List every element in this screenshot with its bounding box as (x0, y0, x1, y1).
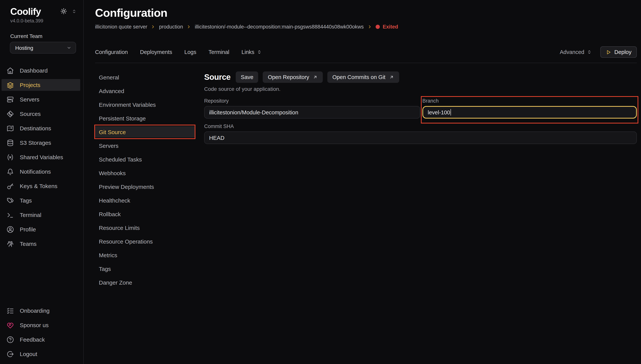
subnav-item-persistent-storage[interactable]: Persistent Storage (95, 112, 195, 124)
page-title: Configuration (95, 6, 637, 20)
subnav-item-webhooks[interactable]: Webhooks (95, 167, 195, 178)
chevron-down-icon (66, 45, 72, 50)
subnav-item-servers[interactable]: Servers (95, 140, 195, 151)
source-panel: Source Save Open Repository Open Commits… (204, 72, 637, 144)
subnav-item-metrics[interactable]: Metrics (95, 249, 195, 261)
subnav-item-resource-operations[interactable]: Resource Operations (95, 236, 195, 247)
sidebar: Coolify v4.0.0-beta.399 Current Team Hos… (0, 0, 84, 364)
server-icon (7, 96, 14, 103)
chevrons-up-down-icon (257, 50, 262, 55)
git-source-icon (7, 110, 14, 118)
commit-sha-field-group: Commit SHA (204, 124, 637, 144)
open-repository-button[interactable]: Open Repository (263, 72, 323, 83)
coolify-app: Coolify v4.0.0-beta.399 Current Team Hos… (0, 0, 641, 364)
chevron-right-icon (187, 24, 191, 29)
source-description: Code source of your application. (204, 86, 637, 92)
chevrons-up-down-icon (587, 50, 592, 55)
settings-subnav: General Advanced Environment Variables P… (95, 72, 195, 290)
breadcrumb-application[interactable]: illicitestonion/-module--decomposition:m… (195, 24, 364, 30)
layers-icon (7, 81, 14, 89)
subnav-item-advanced[interactable]: Advanced (95, 85, 195, 96)
sidebar-bottom-nav: Onboarding Sponsor us Feedback Logout (0, 305, 83, 360)
sidebar-item-dashboard[interactable]: Dashboard (2, 64, 80, 76)
breadcrumb-environment[interactable]: production (159, 24, 183, 30)
breadcrumb-project[interactable]: illicitonion quote server (95, 24, 147, 30)
sidebar-item-projects[interactable]: Projects (2, 79, 80, 91)
sidebar-item-profile[interactable]: Profile (2, 224, 80, 235)
subnav-item-environment-variables[interactable]: Environment Variables (95, 99, 195, 110)
status-dot-icon (375, 24, 380, 29)
sidebar-item-logout[interactable]: Logout (2, 348, 80, 360)
sidebar-item-teams[interactable]: Teams (2, 238, 80, 250)
user-circle-icon (7, 226, 14, 233)
branch-field-group: Branch level-100 (422, 98, 637, 118)
deploy-button[interactable]: Deploy (600, 46, 637, 58)
save-button[interactable]: Save (236, 72, 258, 83)
subnav-item-tags[interactable]: Tags (95, 263, 195, 274)
subnav-item-resource-limits[interactable]: Resource Limits (95, 222, 195, 233)
sidebar-item-keys-tokens[interactable]: Keys & Tokens (2, 180, 80, 192)
arrow-up-right-icon (313, 74, 318, 80)
sidebar-item-servers[interactable]: Servers (2, 94, 80, 105)
sidebar-item-shared-variables[interactable]: Shared Variables (2, 151, 80, 163)
database-icon (7, 139, 14, 146)
team-select[interactable]: Hosting (10, 42, 76, 54)
sidebar-item-feedback[interactable]: Feedback (2, 334, 80, 346)
arrow-up-right-icon (389, 74, 394, 80)
source-heading: Source (204, 72, 231, 82)
tab-terminal[interactable]: Terminal (209, 49, 229, 55)
team-select-value: Hosting (15, 45, 66, 51)
variable-icon (7, 153, 14, 161)
sidebar-item-tags[interactable]: Tags (2, 194, 80, 206)
chevron-right-icon (151, 24, 156, 29)
tab-deployments[interactable]: Deployments (140, 49, 172, 55)
help-circle-icon (7, 336, 14, 343)
sidebar-item-s3-storages[interactable]: S3 Storages (2, 137, 80, 148)
terminal-icon (7, 211, 14, 219)
open-commits-button[interactable]: Open Commits on Git (328, 72, 399, 83)
list-checks-icon (7, 307, 14, 314)
logout-icon (7, 350, 14, 358)
commit-sha-input[interactable] (204, 132, 637, 144)
sidebar-item-sponsor-us[interactable]: Sponsor us (2, 319, 80, 331)
chevron-right-icon (367, 24, 372, 29)
subnav-item-danger-zone[interactable]: Danger Zone (95, 276, 195, 288)
subnav-item-general[interactable]: General (95, 72, 195, 83)
tab-configuration[interactable]: Configuration (95, 49, 128, 55)
tab-logs[interactable]: Logs (184, 49, 196, 55)
theme-toggle-sun-icon[interactable] (60, 8, 67, 15)
status-badge: Exited (375, 24, 398, 30)
repository-input[interactable] (204, 106, 420, 118)
sidebar-nav: Dashboard Projects Servers Sources Desti… (0, 64, 83, 250)
subnav-item-preview-deployments[interactable]: Preview Deployments (95, 181, 195, 192)
sidebar-item-destinations[interactable]: Destinations (2, 122, 80, 134)
repository-field-group: Repository (204, 98, 420, 118)
home-icon (7, 67, 14, 74)
breadcrumb: illicitonion quote server production ill… (95, 23, 637, 30)
subnav-item-healthcheck[interactable]: Healthcheck (95, 194, 195, 206)
heart-handshake-icon (7, 321, 14, 329)
theme-select-chevrons-icon[interactable] (72, 8, 77, 14)
branch-input[interactable]: level-100 (422, 106, 637, 118)
sidebar-item-onboarding[interactable]: Onboarding (2, 305, 80, 316)
subnav-item-scheduled-tasks[interactable]: Scheduled Tasks (95, 154, 195, 165)
bell-icon (7, 168, 14, 175)
sidebar-item-notifications[interactable]: Notifications (2, 166, 80, 178)
subnav-item-git-source[interactable]: Git Source (95, 126, 195, 138)
sidebar-item-terminal[interactable]: Terminal (2, 209, 80, 221)
map-icon (7, 124, 14, 132)
app-version: v4.0.0-beta.399 (10, 18, 83, 24)
status-text: Exited (383, 24, 398, 30)
tags-icon (7, 197, 14, 204)
repository-label: Repository (204, 98, 420, 104)
play-icon (606, 49, 611, 55)
tab-links[interactable]: Links (241, 49, 262, 55)
tabs-row: Configuration Deployments Logs Terminal … (95, 46, 637, 58)
subnav-item-rollback[interactable]: Rollback (95, 208, 195, 220)
advanced-menu[interactable]: Advanced (560, 49, 592, 55)
commit-sha-label: Commit SHA (204, 124, 637, 130)
branch-label: Branch (422, 98, 637, 104)
current-team-label: Current Team (10, 33, 83, 40)
key-icon (7, 182, 14, 190)
sidebar-item-sources[interactable]: Sources (2, 108, 80, 120)
